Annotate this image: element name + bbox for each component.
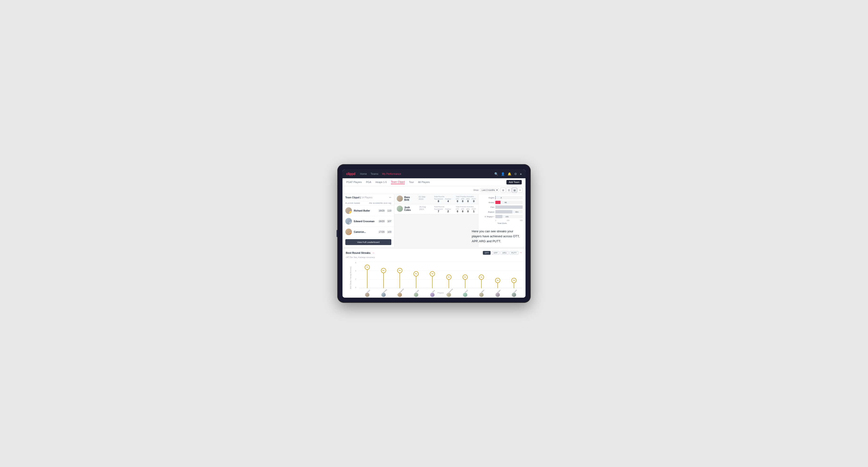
- x-label-0: 0: [495, 220, 496, 221]
- nav-link-home[interactable]: Home: [360, 173, 367, 175]
- streak-line-1: [383, 271, 384, 288]
- x-label-200: 200: [507, 220, 509, 221]
- rounds-label: Total Rounds: [434, 195, 451, 198]
- streak-bubble-7: 4x: [479, 275, 484, 280]
- subnav-team-clippd[interactable]: Team Clippd: [391, 181, 405, 184]
- best-round-streaks-title: Best Round Streaks: [346, 251, 371, 254]
- card-view-btn[interactable]: ▤: [512, 187, 517, 193]
- card-avatar-rees: [397, 195, 403, 201]
- player-card-rees: Rees Britt 02 Sep 2023 Total Rounds Tour…: [394, 194, 478, 204]
- sub-nav: PGAT Players PGA Hcaps 1-5 Team Clippd T…: [342, 178, 526, 186]
- streak-bars: 7xE. Ebert6xB. McHarg6xD. Billingham5xJ.…: [359, 262, 522, 288]
- chart-row-eagles: Eagles 3: [482, 196, 523, 199]
- chart-row-dbogeys: D. Bogeys + 131: [482, 215, 523, 218]
- team-header: Team Clippd | 14 Players ✏: [342, 194, 394, 201]
- search-icon[interactable]: 🔍: [494, 172, 498, 176]
- table-row[interactable]: 3 Cameron... 17/20 103: [342, 227, 394, 237]
- practice-val-rees: 4: [445, 200, 451, 203]
- player-name-2: Edward Crossman: [354, 220, 375, 223]
- bar-label-bogeys: Bogeys: [482, 211, 494, 213]
- subnav-pga[interactable]: PGA: [366, 181, 371, 184]
- chart-subtitle: Off The Tee, Fairway Accuracy: [346, 256, 522, 258]
- putt-btn[interactable]: PUTT: [509, 251, 519, 255]
- grid-view-btn[interactable]: ⊞: [500, 187, 506, 193]
- x-label-400: 400: [520, 220, 523, 221]
- streak-col-1: 6xB. McHarg: [375, 262, 392, 288]
- show-bar: Show Last 3 months ⊞ ☰ ▤ ≡: [342, 186, 526, 194]
- avatar-icon[interactable]: ●: [520, 172, 522, 176]
- chart-total-shots-label: Total Shots: [482, 222, 523, 224]
- arrow-indicator-2: →: [519, 251, 522, 255]
- bar-chart: Eagles 3 Birdies: [482, 196, 523, 218]
- subnav-pgat[interactable]: PGAT Players: [346, 181, 362, 184]
- add-team-button[interactable]: Add Team: [506, 180, 522, 184]
- chart-area: 7xE. Ebert6xB. McHarg6xD. Billingham5xJ.…: [359, 260, 522, 295]
- streak-col-3: 5xJ. Coles: [408, 262, 424, 288]
- bar-pars: 499: [495, 206, 523, 209]
- practice-act-label-josh: Total Practice Activities: [456, 206, 476, 208]
- team-title: Team Clippd | 14 Players: [345, 196, 372, 199]
- card-date-josh: 26 Aug 2023: [419, 206, 430, 210]
- pb-avg-2: 107: [387, 220, 391, 223]
- settings-icon[interactable]: ⚙: [514, 172, 517, 176]
- bar-label-eagles: Eagles: [482, 197, 494, 199]
- show-select[interactable]: Last 3 months: [480, 188, 499, 192]
- subnav-all-players[interactable]: All Players: [418, 181, 430, 184]
- edit-icon[interactable]: ✏: [389, 196, 391, 199]
- y-tick-4: 4: [355, 270, 359, 272]
- bell-icon[interactable]: 🔔: [507, 172, 512, 176]
- nav-bar: clippd Home Teams My Performance 🔍 👤 🔔 ⚙…: [342, 169, 526, 178]
- col-pb-score: PB SCORE: [369, 202, 380, 204]
- bar-birdies: 96: [495, 201, 500, 204]
- player-info-3: 3 Cameron...: [345, 228, 379, 235]
- middle-panel: Rees Britt 02 Sep 2023 Total Rounds Tour…: [394, 194, 478, 247]
- bar-container-eagles: 3: [495, 196, 523, 199]
- player-card-josh: Josh Coles 26 Aug 2023 Total Rounds Tour…: [394, 204, 478, 214]
- streak-type-buttons: OTT APP ARG PUTT →: [483, 251, 522, 255]
- col-pb-avg: PB AVG SQ: [380, 202, 391, 204]
- avatar-3: 3: [345, 228, 352, 235]
- ott-btn[interactable]: OTT: [483, 251, 491, 255]
- app-btn[interactable]: APP: [492, 251, 499, 255]
- streak-bubble-8: 3x: [495, 278, 500, 283]
- subnav-hcaps[interactable]: Hcaps 1-5: [375, 181, 387, 184]
- nav-right: 🔍 👤 🔔 ⚙ ●: [494, 172, 522, 176]
- card-date-rees: 02 Sep 2023: [418, 195, 430, 200]
- bar-dbogeys: 131: [495, 215, 502, 218]
- bar-eagles: 3: [495, 196, 496, 199]
- nav-link-teams[interactable]: Teams: [371, 173, 378, 175]
- arg-btn[interactable]: ARG: [500, 251, 508, 255]
- list-view-btn[interactable]: ☰: [506, 187, 512, 193]
- nav-link-performance[interactable]: My Performance: [382, 173, 401, 175]
- nav-logo: clippd: [346, 172, 355, 176]
- streak-bubble-6: 4x: [463, 275, 468, 280]
- settings-view-btn[interactable]: ≡: [518, 187, 523, 193]
- table-row[interactable]: 2 Edward Crossman 18/20 107: [342, 216, 394, 227]
- bar-value-eagles: 3: [500, 197, 501, 199]
- avatar-2: 2: [345, 218, 352, 224]
- rounds-label-josh: Total Rounds: [434, 206, 451, 208]
- bar-container-bogeys: 311: [495, 210, 523, 214]
- pb-avg-3: 103: [387, 231, 391, 233]
- practice-act-label: Total Practice Activities: [456, 195, 476, 198]
- table-row[interactable]: 1 Richard Butler 19/20 110: [342, 206, 394, 216]
- chart-row-birdies: Birdies 96: [482, 201, 523, 204]
- streak-bubble-4: 5x: [430, 271, 435, 276]
- avatar-1: 1: [345, 207, 352, 214]
- bottom-header: Best Round Streaks ← OTT APP ARG PUTT →: [346, 251, 522, 255]
- tournament-label: Tournament: [434, 198, 443, 200]
- rank-badge-1: 1: [349, 211, 352, 214]
- left-panel: Team Clippd | 14 Players ✏ PLAYER NAME P…: [342, 194, 394, 247]
- streak-bubble-0: 7x: [365, 264, 370, 270]
- player-name-3: Cameron...: [354, 231, 366, 233]
- view-leaderboard-button[interactable]: View Full Leaderboard: [345, 239, 391, 245]
- y-axis-label-container: Best Streak, Fairway Accuracy: [346, 260, 355, 295]
- bar-value-dbogeys: 131: [505, 216, 508, 218]
- bar-container-birdies: 96: [495, 201, 523, 204]
- streak-col-0: 7xE. Ebert: [359, 262, 375, 288]
- table-header: PLAYER NAME PB SCORE PB AVG SQ: [342, 201, 394, 206]
- streak-col-6: 4xD. Ford: [457, 262, 473, 288]
- user-icon[interactable]: 👤: [501, 172, 505, 176]
- rank-badge-2: 2: [349, 222, 352, 224]
- subnav-tour[interactable]: Tour: [409, 181, 414, 184]
